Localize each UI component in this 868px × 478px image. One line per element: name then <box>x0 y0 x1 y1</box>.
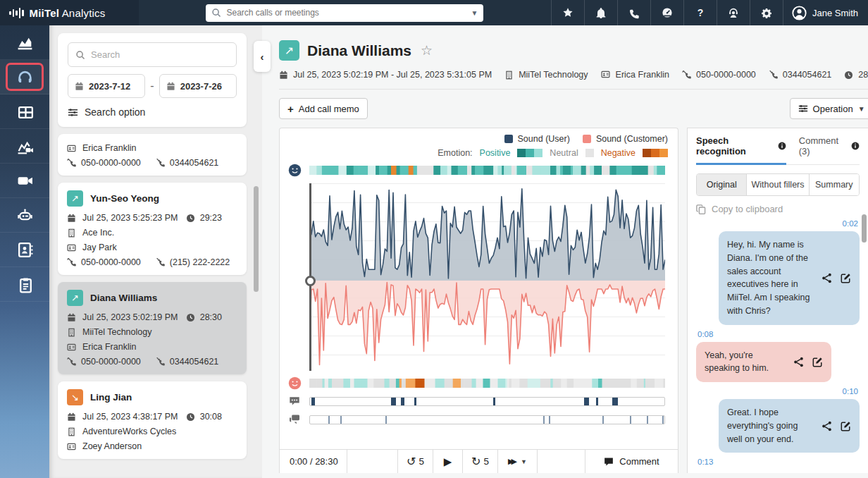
help-button[interactable]: ? <box>683 0 717 25</box>
date-range-dash: - <box>150 80 154 92</box>
call-card[interactable]: ↘Ling JianJul 25, 2023 4:38:17 PM30:08Ad… <box>58 381 247 459</box>
forward-icon: ↻ <box>471 456 480 467</box>
support-agent-icon <box>728 7 739 18</box>
sidebar-rail <box>0 25 49 478</box>
call-card[interactable]: ↗Diana WilliamsJul 25, 2023 5:02:19 PM28… <box>58 282 247 374</box>
speech-marker[interactable] <box>401 398 404 405</box>
customer-emotion-strip[interactable] <box>309 379 665 388</box>
list-search-field[interactable] <box>68 42 237 67</box>
comment-marker[interactable] <box>647 416 648 424</box>
operation-button[interactable]: Operation ▼ <box>790 98 868 119</box>
call-card[interactable]: ↗Yun-Seo YeongJul 25, 2023 5:25:23 PM29:… <box>58 183 247 275</box>
playhead-knob[interactable] <box>305 276 316 286</box>
outgoing-call-icon <box>67 159 76 168</box>
comment-marker[interactable] <box>630 416 631 424</box>
sidebar-item-contacts[interactable] <box>0 233 49 267</box>
sidebar-item-tasks[interactable] <box>0 267 49 302</box>
search-option-button[interactable]: Search option <box>68 106 237 118</box>
forward-5-button[interactable]: ↻5 <box>463 450 498 473</box>
speech-marker[interactable] <box>493 398 495 405</box>
copy-to-clipboard-button[interactable]: Copy to clipboard <box>696 204 860 214</box>
sound-customer-swatch <box>583 135 591 143</box>
play-button[interactable]: ▶ <box>433 450 463 473</box>
call-type-badge: ↗ <box>67 290 83 306</box>
speech-segments-icon <box>289 396 300 407</box>
transcript-bubble[interactable]: Great. I hope everything's going well on… <box>719 399 860 453</box>
add-call-memo-button[interactable]: + Add call memo <box>279 98 368 119</box>
comment-marker[interactable] <box>602 416 604 424</box>
comment-marker[interactable] <box>549 416 550 424</box>
list-scrollbar[interactable] <box>254 186 259 292</box>
tab-without-fillers[interactable]: Without fillers <box>746 174 808 195</box>
date-from-field[interactable]: 2023-7-12 <box>68 74 145 98</box>
speech-marker[interactable] <box>612 398 618 405</box>
chevron-down-icon[interactable]: ▼ <box>471 9 478 17</box>
favorites-button[interactable] <box>551 0 584 25</box>
global-search-input[interactable] <box>226 8 466 18</box>
edit-icon[interactable] <box>812 357 823 367</box>
comment-segments-icon <box>289 414 300 425</box>
dashboard-button[interactable] <box>650 0 683 25</box>
favorite-star-icon[interactable]: ☆ <box>421 42 433 59</box>
rewind-5-button[interactable]: ↺5 <box>398 450 433 473</box>
neutral-swatch <box>585 149 594 157</box>
comment-marker[interactable] <box>662 416 664 424</box>
support-button[interactable] <box>717 0 750 25</box>
collapse-panel-button[interactable]: ‹ <box>254 41 271 72</box>
message-text: Hey, hi. My name is Diana. I'm one of th… <box>727 238 814 318</box>
speech-marker[interactable] <box>391 398 396 405</box>
sidebar-item-video-meetings[interactable] <box>0 164 49 198</box>
info-icon[interactable] <box>851 142 860 150</box>
edit-icon[interactable] <box>841 273 851 283</box>
sidebar-item-ai-assistant[interactable] <box>0 198 49 233</box>
dialer-button[interactable] <box>617 0 650 25</box>
transcript-scrollbar[interactable] <box>862 214 867 243</box>
date-to-field[interactable]: 2023-7-26 <box>159 74 237 98</box>
speech-markers-bar[interactable] <box>309 397 665 406</box>
share-icon[interactable] <box>822 273 832 283</box>
list-search-input[interactable] <box>91 49 229 60</box>
tab-summary[interactable]: Summary <box>809 174 859 195</box>
playback-speed-button[interactable]: ▶▶▼ <box>498 450 538 473</box>
settings-button[interactable] <box>750 0 783 25</box>
transcript-bubble[interactable]: Hey, hi. My name is Diana. I'm one of th… <box>719 231 860 325</box>
customer-emotion-icon <box>288 376 302 390</box>
sidebar-item-analytics[interactable] <box>0 25 49 60</box>
comment-button[interactable]: Comment <box>585 450 678 473</box>
speech-marker[interactable] <box>584 398 589 405</box>
sliders-icon <box>68 107 78 118</box>
message-timestamp: 0:02 <box>698 219 858 228</box>
comment-marker[interactable] <box>328 416 330 424</box>
sidebar-item-calls[interactable] <box>0 60 49 94</box>
comment-marker[interactable] <box>340 416 342 424</box>
user-emotion-strip[interactable] <box>309 166 665 175</box>
search-icon <box>75 50 85 60</box>
star-icon <box>562 7 574 18</box>
user-menu[interactable]: Jane Smith <box>783 0 868 25</box>
speech-marker[interactable] <box>311 398 315 405</box>
share-icon[interactable] <box>822 421 832 431</box>
tab-comment[interactable]: Comment (3) <box>799 135 860 163</box>
speech-marker[interactable] <box>596 398 598 405</box>
edit-icon[interactable] <box>841 421 851 431</box>
sidebar-item-table[interactable] <box>0 94 49 129</box>
info-icon[interactable] <box>778 142 786 150</box>
speech-marker[interactable] <box>414 398 416 405</box>
message-timestamp: 0:10 <box>698 387 858 396</box>
tab-speech-recognition[interactable]: Speech recognition <box>696 135 786 165</box>
comment-marker[interactable] <box>385 416 387 424</box>
comment-marker[interactable] <box>543 416 545 424</box>
contact-card-icon <box>67 442 76 451</box>
filter-card: 2023-7-12 - 2023-7-26 Search option <box>58 33 247 127</box>
global-search[interactable]: ▼ <box>206 4 483 22</box>
share-icon[interactable] <box>793 357 804 367</box>
comment-markers-bar[interactable] <box>309 415 665 424</box>
tab-original[interactable]: Original <box>697 174 746 195</box>
call-card[interactable]: Erica Franklin050-0000-00000344054621 <box>58 134 247 176</box>
transcript-bubble[interactable]: Yeah, you're speaking to him. <box>696 342 831 383</box>
sidebar-item-video-report[interactable] <box>0 129 49 164</box>
brand-logo[interactable]: MiiTel Analytics <box>0 0 139 25</box>
notifications-button[interactable] <box>584 0 617 25</box>
waveform-chart[interactable] <box>309 183 665 371</box>
robot-icon <box>16 207 34 224</box>
